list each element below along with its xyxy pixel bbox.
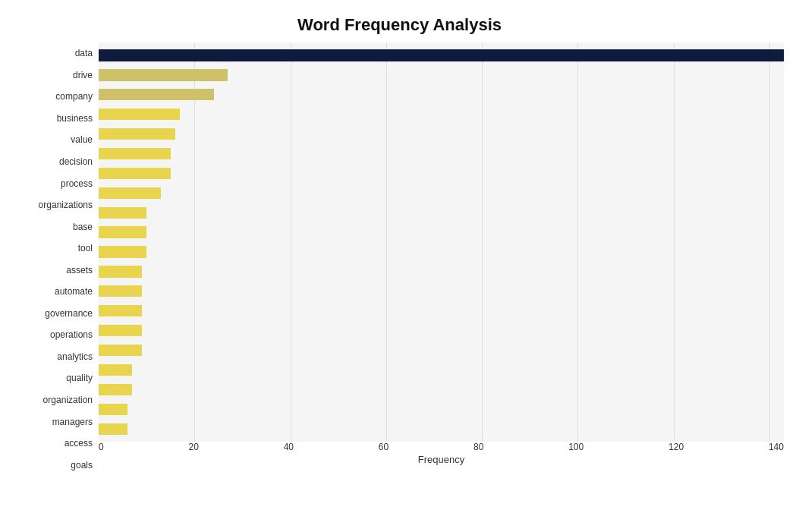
y-label-organizations: organizations: [15, 200, 93, 209]
x-tick-20: 20: [189, 442, 199, 452]
bar-row-organization: [99, 360, 784, 380]
bar-business: [99, 109, 180, 120]
x-tick-80: 80: [473, 442, 483, 452]
x-tick-120: 120: [668, 442, 684, 452]
bar-row-data: [99, 46, 784, 65]
bar-base: [99, 207, 146, 219]
bar-analytics: [99, 325, 142, 336]
chart-area: datadrivecompanybusinessvaluedecisionpro…: [15, 42, 784, 476]
bar-row-operations: [99, 301, 784, 321]
bar-organizations: [99, 187, 161, 199]
bar-data: [99, 49, 784, 61]
bar-access: [99, 404, 127, 415]
bar-decision: [99, 148, 171, 159]
y-label-value: value: [15, 135, 93, 144]
x-tick-140: 140: [769, 442, 784, 452]
bar-governance: [99, 285, 142, 297]
bar-row-drive: [99, 65, 784, 85]
bar-goals: [99, 423, 127, 435]
bar-organization: [99, 364, 132, 376]
bar-row-company: [99, 85, 784, 105]
x-axis-container: 020406080100120140 Frequency: [99, 442, 784, 476]
y-label-tool: tool: [15, 244, 93, 253]
bar-row-goals: [99, 419, 784, 439]
bar-row-access: [99, 399, 784, 419]
x-tick-60: 60: [379, 442, 388, 452]
y-label-process: process: [15, 179, 93, 188]
y-label-goals: goals: [15, 461, 93, 470]
y-label-business: business: [15, 114, 93, 123]
x-tick-0: 0: [99, 442, 104, 452]
bar-automate: [99, 266, 142, 277]
y-label-data: data: [15, 49, 93, 58]
y-label-drive: drive: [15, 71, 93, 80]
bar-row-base: [99, 203, 784, 222]
bar-tool: [99, 226, 146, 238]
bars-wrapper: [99, 42, 784, 442]
y-label-operations: operations: [15, 330, 93, 339]
y-label-base: base: [15, 222, 93, 231]
y-label-assets: assets: [15, 266, 93, 275]
bars-section: [99, 42, 784, 442]
bar-row-managers: [99, 379, 784, 399]
bar-process: [99, 168, 171, 179]
bar-value: [99, 128, 175, 140]
bar-row-governance: [99, 282, 784, 301]
bar-row-process: [99, 163, 784, 183]
bar-company: [99, 89, 214, 100]
bar-row-business: [99, 105, 784, 124]
x-tick-40: 40: [284, 442, 294, 452]
bar-row-value: [99, 124, 784, 144]
y-label-organization: organization: [15, 395, 93, 405]
bar-row-organizations: [99, 183, 784, 203]
y-label-analytics: analytics: [15, 352, 93, 361]
bar-quality: [99, 345, 142, 356]
y-label-managers: managers: [15, 417, 93, 427]
x-tick-100: 100: [568, 442, 584, 452]
y-label-automate: automate: [15, 287, 93, 296]
y-label-governance: governance: [15, 309, 93, 318]
chart-title: Word Frequency Analysis: [15, 15, 784, 35]
bar-drive: [99, 69, 228, 80]
bar-row-quality: [99, 341, 784, 360]
y-label-access: access: [15, 439, 93, 448]
bar-operations: [99, 305, 142, 316]
chart-container: Word Frequency Analysis datadrivecompany…: [0, 0, 799, 532]
bar-row-assets: [99, 242, 784, 262]
bar-managers: [99, 384, 132, 395]
bar-row-decision: [99, 144, 784, 164]
x-ticks: 020406080100120140: [99, 442, 784, 452]
y-label-company: company: [15, 92, 93, 101]
bar-row-analytics: [99, 321, 784, 341]
y-label-decision: decision: [15, 157, 93, 166]
bar-row-automate: [99, 262, 784, 282]
bar-row-tool: [99, 222, 784, 242]
y-axis-labels: datadrivecompanybusinessvaluedecisionpro…: [15, 42, 99, 476]
bar-assets: [99, 246, 146, 257]
bars-and-x-container: 020406080100120140 Frequency: [99, 42, 784, 476]
x-axis-label: Frequency: [99, 454, 784, 465]
y-label-quality: quality: [15, 373, 93, 382]
